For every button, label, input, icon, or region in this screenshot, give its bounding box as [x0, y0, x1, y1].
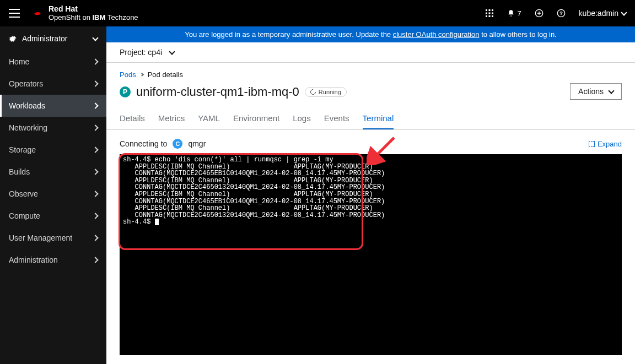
- tab-details[interactable]: Details: [120, 108, 145, 129]
- chevron-down-icon: [92, 35, 98, 41]
- brand-sub: OpenShift on IBM Techzone: [49, 14, 138, 21]
- chevron-right-icon: [92, 80, 98, 86]
- oauth-config-link[interactable]: cluster OAuth configuration: [393, 30, 480, 39]
- expand-button[interactable]: Expand: [589, 140, 622, 148]
- svg-rect-4: [486, 13, 487, 14]
- tab-logs[interactable]: Logs: [293, 108, 311, 129]
- tab-environment[interactable]: Environment: [233, 108, 279, 129]
- chevron-right-icon: [140, 73, 144, 77]
- terminal-cursor: [155, 219, 159, 225]
- terminal-header: Connecting to C qmgr Expand: [120, 139, 622, 149]
- svg-rect-5: [489, 13, 491, 14]
- sidebar-item-observe[interactable]: Observe: [0, 183, 106, 205]
- breadcrumb: Pods Pod details: [120, 70, 622, 79]
- title-left: P uniform-cluster-qm1-ibm-mq-0 Running: [120, 85, 347, 99]
- tab-terminal[interactable]: Terminal: [363, 108, 394, 129]
- tabs: Details Metrics YAML Environment Logs Ev…: [106, 108, 635, 130]
- chevron-right-icon: [92, 213, 98, 219]
- page-title: uniform-cluster-qm1-ibm-mq-0: [136, 85, 299, 99]
- chevron-right-icon: [92, 124, 98, 131]
- svg-rect-3: [492, 9, 493, 11]
- sidebar-item-administration[interactable]: Administration: [0, 249, 106, 271]
- sidebar-item-storage[interactable]: Storage: [0, 139, 106, 161]
- redhat-logo[interactable]: Red Hat OpenShift on IBM Techzone: [31, 5, 138, 21]
- status-badge: Running: [305, 87, 347, 97]
- question-circle-icon: ?: [557, 9, 566, 18]
- tab-events[interactable]: Events: [324, 108, 349, 129]
- brand-main: Red Hat: [49, 5, 138, 13]
- svg-rect-6: [492, 13, 493, 14]
- sidebar-item-operators[interactable]: Operators: [0, 73, 106, 95]
- help-button[interactable]: ?: [557, 9, 566, 18]
- notifications-button[interactable]: 7: [507, 9, 521, 18]
- redhat-icon: [31, 7, 44, 20]
- main-content: You are logged in as a temporary adminis…: [106, 26, 635, 364]
- hamburger-menu-button[interactable]: [9, 9, 20, 18]
- topbar-right: 7 ? kube:admin: [485, 9, 626, 18]
- terminal-console[interactable]: sh-4.4$ echo 'dis conn(*)' all | runmqsc…: [120, 154, 622, 355]
- chevron-right-icon: [92, 191, 98, 197]
- perspective-switcher[interactable]: Administrator: [0, 26, 106, 51]
- username: kube:admin: [579, 9, 618, 18]
- user-menu[interactable]: kube:admin: [579, 9, 626, 18]
- breadcrumb-pods-link[interactable]: Pods: [120, 70, 136, 79]
- sidebar-item-networking[interactable]: Networking: [0, 117, 106, 139]
- topbar: Red Hat OpenShift on IBM Techzone 7 ? ku…: [0, 0, 635, 26]
- svg-text:?: ?: [559, 10, 563, 16]
- container-badge: C: [173, 139, 182, 149]
- apps-grid-icon[interactable]: [485, 9, 494, 18]
- brand-text: Red Hat OpenShift on IBM Techzone: [49, 5, 138, 21]
- connecting-info: Connecting to C qmgr: [120, 139, 206, 149]
- actions-dropdown[interactable]: Actions: [570, 83, 622, 100]
- sidebar-item-home[interactable]: Home: [0, 51, 106, 73]
- svg-rect-9: [492, 15, 493, 17]
- chevron-right-icon: [92, 235, 98, 241]
- chevron-right-icon: [92, 146, 98, 153]
- chevron-down-icon: [608, 88, 614, 94]
- chevron-down-icon: [621, 9, 627, 15]
- content-header: Pods Pod details P uniform-cluster-qm1-i…: [106, 63, 635, 108]
- pod-resource-badge: P: [120, 86, 131, 97]
- title-row: P uniform-cluster-qm1-ibm-mq-0 Running A…: [120, 83, 622, 100]
- logo-area: Red Hat OpenShift on IBM Techzone: [31, 5, 485, 21]
- svg-rect-7: [486, 15, 487, 17]
- expand-icon: [589, 141, 595, 147]
- tab-metrics[interactable]: Metrics: [158, 108, 185, 129]
- sidebar-item-builds[interactable]: Builds: [0, 161, 106, 183]
- chevron-right-icon: [92, 58, 98, 64]
- gear-icon: [9, 35, 17, 42]
- add-button[interactable]: [535, 9, 543, 18]
- chevron-down-icon: [169, 48, 175, 55]
- bell-icon: [507, 9, 515, 17]
- perspective-label: Administrator: [22, 34, 67, 43]
- project-selector[interactable]: Project: cp4i: [106, 42, 635, 63]
- project-label: Project: cp4i: [120, 48, 162, 57]
- sidebar-item-user-management[interactable]: User Management: [0, 227, 106, 249]
- sidebar-item-compute[interactable]: Compute: [0, 205, 106, 227]
- sidebar: Administrator Home Operators Workloads N…: [0, 26, 106, 364]
- plus-circle-icon: [535, 9, 543, 18]
- terminal-area: Connecting to C qmgr Expand sh-4.4$ echo…: [106, 130, 635, 364]
- svg-rect-2: [489, 9, 491, 11]
- svg-rect-8: [489, 15, 491, 17]
- sidebar-item-workloads[interactable]: Workloads: [0, 95, 106, 117]
- breadcrumb-current: Pod details: [148, 70, 183, 79]
- info-banner: You are logged in as a temporary adminis…: [106, 26, 635, 42]
- notif-count: 7: [517, 9, 521, 18]
- sync-icon: [309, 88, 317, 95]
- tab-yaml[interactable]: YAML: [198, 108, 220, 129]
- chevron-right-icon: [92, 102, 98, 108]
- container-name[interactable]: qmgr: [188, 139, 206, 148]
- svg-rect-1: [486, 9, 487, 11]
- chevron-right-icon: [92, 257, 98, 263]
- chevron-right-icon: [92, 169, 98, 175]
- terminal-wrap: sh-4.4$ echo 'dis conn(*)' all | runmqsc…: [120, 154, 622, 355]
